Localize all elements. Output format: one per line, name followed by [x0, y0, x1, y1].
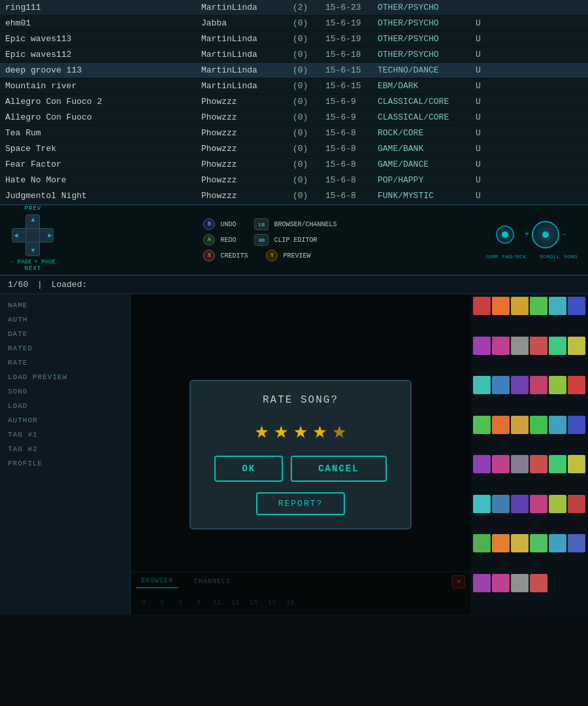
lb-button[interactable]: LB — [254, 218, 269, 230]
song-row[interactable]: Mountain river MartinLinda (0) 15-6-15 E… — [0, 78, 588, 94]
dpad-left-icon[interactable]: ◀ — [14, 231, 18, 239]
color-cell[interactable] — [473, 534, 491, 552]
star-4[interactable]: ★ — [313, 416, 327, 445]
dpad-right-icon[interactable]: ▶ — [48, 231, 52, 239]
color-cell[interactable] — [473, 495, 491, 513]
song-date: 15-6-15 — [325, 81, 378, 91]
star-1[interactable]: ★ — [255, 416, 269, 445]
song-row[interactable]: Allegro Con Fuoco Phowzzz (0) 15-6-9 CLA… — [0, 110, 588, 126]
ok-button[interactable]: OK — [214, 456, 283, 482]
color-cell[interactable] — [511, 337, 529, 355]
color-cell[interactable] — [492, 416, 510, 434]
song-row[interactable]: Tea Rum Phowzzz (0) 15-6-8 ROCK/CORE U — [0, 126, 588, 141]
sidebar-item[interactable]: LOAD PREVIEW — [0, 370, 130, 384]
sidebar-item[interactable]: RATE — [0, 356, 130, 370]
color-cell[interactable] — [511, 416, 529, 434]
color-cell[interactable] — [492, 337, 510, 355]
sidebar-item[interactable]: RATED — [0, 341, 130, 356]
rb-button[interactable]: RB — [254, 234, 269, 246]
dpad-up-icon[interactable]: ▲ — [31, 216, 35, 224]
star-5[interactable]: ★ — [333, 416, 347, 445]
color-cell[interactable] — [473, 574, 491, 592]
color-cell[interactable] — [473, 297, 491, 315]
a-button[interactable]: A — [203, 234, 215, 246]
color-cell[interactable] — [549, 416, 566, 434]
color-cell[interactable] — [549, 376, 566, 394]
color-cell[interactable] — [473, 376, 491, 394]
preview-label: PREVIEW — [283, 252, 310, 260]
color-cell[interactable] — [549, 495, 566, 513]
dpad[interactable]: ▲ ▼ ◀ ▶ — [12, 214, 54, 256]
color-cell[interactable] — [492, 297, 510, 315]
song-row[interactable]: Fear Factor Phowzzz (0) 15-6-8 GAME/DANC… — [0, 157, 588, 173]
song-row[interactable]: Allegro Con Fuoco 2 Phowzzz (0) 15-6-9 C… — [0, 94, 588, 110]
color-cell[interactable] — [568, 337, 585, 355]
color-cell[interactable] — [568, 416, 585, 434]
b-button[interactable]: B — [203, 218, 215, 230]
sidebar-item[interactable]: PROFILE — [0, 456, 130, 471]
sidebar-item[interactable]: AUTH — [0, 312, 130, 327]
color-cell[interactable] — [568, 495, 585, 513]
stars-row[interactable]: ★ ★ ★ ★ ★ — [255, 416, 346, 445]
left-thumbstick[interactable] — [496, 226, 514, 244]
color-cell[interactable] — [492, 574, 510, 592]
y-button[interactable]: Y — [266, 250, 278, 261]
color-cell[interactable] — [568, 534, 585, 552]
color-cell[interactable] — [530, 574, 547, 592]
right-thumbstick[interactable] — [532, 221, 559, 248]
color-cell[interactable] — [511, 495, 529, 513]
color-cell[interactable] — [549, 455, 566, 473]
color-cell[interactable] — [511, 534, 529, 552]
color-cell[interactable] — [568, 297, 585, 315]
song-row[interactable]: Hate No More Phowzzz (0) 15-6-8 POP/HAPP… — [0, 173, 588, 188]
sidebar-item[interactable]: SONG — [0, 384, 130, 399]
color-cell[interactable] — [530, 416, 547, 434]
color-cell[interactable] — [530, 455, 547, 473]
color-cell[interactable] — [492, 376, 510, 394]
color-cell[interactable] — [549, 337, 566, 355]
star-3[interactable]: ★ — [293, 416, 308, 445]
color-cell[interactable] — [511, 376, 529, 394]
color-cell[interactable] — [492, 455, 510, 473]
song-row[interactable]: Judgmentol Night Phowzzz (0) 15-6-8 FUNK… — [0, 188, 588, 204]
color-cell[interactable] — [530, 495, 547, 513]
report-button[interactable]: REPORT? — [256, 492, 346, 515]
song-row[interactable]: ehm01 Jabba (0) 15-6-19 OTHER/PSYCHO U — [0, 16, 588, 31]
color-cell[interactable] — [492, 534, 510, 552]
song-row[interactable]: deep groove 113 MartinLinda (0) 15-6-15 … — [0, 63, 588, 78]
song-row[interactable]: ring111 MartinLinda (2) 15-6-23 OTHER/PS… — [0, 0, 588, 16]
sidebar-item[interactable]: DATE — [0, 327, 130, 341]
song-row[interactable]: Space Trek Phowzzz (0) 15-6-8 GAME/BANK … — [0, 141, 588, 157]
color-cell[interactable] — [530, 534, 547, 552]
song-genre: OTHER/PSYCHO — [378, 34, 476, 44]
sidebar-item[interactable]: TAG #1 — [0, 428, 130, 442]
color-cell[interactable] — [511, 455, 529, 473]
song-name: deep groove 113 — [5, 65, 201, 75]
color-cell[interactable] — [511, 574, 529, 592]
color-cell[interactable] — [530, 297, 547, 315]
sidebar-item[interactable]: TAG #2 — [0, 442, 130, 456]
color-cell[interactable] — [530, 337, 547, 355]
color-cell[interactable] — [492, 495, 510, 513]
sidebar-item[interactable]: AUTHOR — [0, 413, 130, 428]
color-cell[interactable] — [568, 455, 585, 473]
star-2[interactable]: ★ — [274, 416, 288, 445]
song-rating: (2) — [293, 3, 325, 12]
cancel-button[interactable]: CANCEL — [291, 456, 386, 482]
dpad-down-icon[interactable]: ▼ — [31, 247, 35, 254]
color-cell[interactable] — [473, 455, 491, 473]
song-row[interactable]: Epic waves113 MartinLinda (0) 15-6-19 OT… — [0, 31, 588, 47]
sidebar-item[interactable]: NAME — [0, 298, 130, 312]
song-genre: GAME/BANK — [378, 144, 476, 154]
color-cell[interactable] — [568, 376, 585, 394]
color-cell[interactable] — [511, 297, 529, 315]
color-cell[interactable] — [549, 534, 566, 552]
color-cell[interactable] — [549, 297, 566, 315]
x-button[interactable]: X — [203, 250, 215, 261]
song-row[interactable]: Epic waves112 MartinLinda (0) 15-6-18 OT… — [0, 47, 588, 63]
credits-row: X CREDITS Y PREVIEW — [203, 250, 336, 261]
color-cell[interactable] — [473, 337, 491, 355]
color-cell[interactable] — [530, 376, 547, 394]
sidebar-item[interactable]: LOAD — [0, 399, 130, 413]
color-cell[interactable] — [473, 416, 491, 434]
